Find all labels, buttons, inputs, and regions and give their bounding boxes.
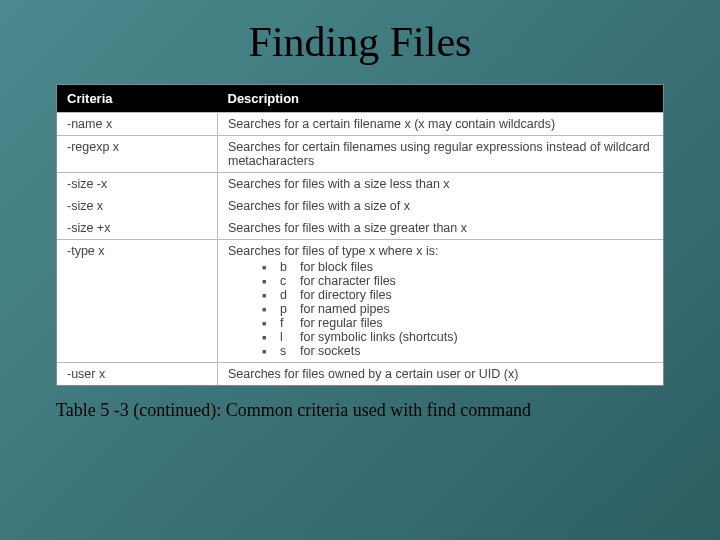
table-row: -size +x Searches for files with a size … — [57, 217, 663, 240]
type-text: for sockets — [300, 344, 360, 358]
description-cell: Searches for files with a size greater t… — [218, 217, 664, 240]
type-option: cfor character files — [262, 274, 653, 288]
type-code: f — [280, 316, 300, 330]
type-text: for character files — [300, 274, 396, 288]
type-code: b — [280, 260, 300, 274]
description-cell: Searches for files owned by a certain us… — [218, 363, 664, 386]
slide-title: Finding Files — [0, 0, 720, 84]
type-text: for block files — [300, 260, 373, 274]
type-option: ffor regular files — [262, 316, 653, 330]
type-option: pfor named pipes — [262, 302, 653, 316]
type-option: lfor symbolic links (shortcuts) — [262, 330, 653, 344]
type-option: sfor sockets — [262, 344, 653, 358]
criteria-cell: -type x — [57, 240, 218, 363]
table-row: -size x Searches for files with a size o… — [57, 195, 663, 217]
table-row: -type x Searches for files of type x whe… — [57, 240, 663, 363]
type-option: dfor directory files — [262, 288, 653, 302]
criteria-cell: -user x — [57, 363, 218, 386]
type-text: for symbolic links (shortcuts) — [300, 330, 458, 344]
type-text: for named pipes — [300, 302, 390, 316]
description-cell: Searches for certain filenames using reg… — [218, 136, 664, 173]
table-header-row: Criteria Description — [57, 85, 663, 113]
table-row: -user x Searches for files owned by a ce… — [57, 363, 663, 386]
type-code: s — [280, 344, 300, 358]
type-intro: Searches for files of type x where x is: — [228, 244, 439, 258]
criteria-cell: -name x — [57, 113, 218, 136]
header-description: Description — [218, 85, 664, 113]
type-code: d — [280, 288, 300, 302]
header-criteria: Criteria — [57, 85, 218, 113]
description-cell: Searches for files of type x where x is:… — [218, 240, 664, 363]
criteria-cell: -regexp x — [57, 136, 218, 173]
criteria-cell: -size -x — [57, 173, 218, 196]
slide: Finding Files Criteria Description -name… — [0, 0, 720, 540]
table-row: -regexp x Searches for certain filenames… — [57, 136, 663, 173]
criteria-cell: -size +x — [57, 217, 218, 240]
table-row: -name x Searches for a certain filename … — [57, 113, 663, 136]
type-code: p — [280, 302, 300, 316]
type-text: for regular files — [300, 316, 383, 330]
table-caption: Table 5 -3 (continued): Common criteria … — [56, 400, 664, 421]
table-row: -size -x Searches for files with a size … — [57, 173, 663, 196]
description-cell: Searches for a certain filename x (x may… — [218, 113, 664, 136]
description-cell: Searches for files with a size less than… — [218, 173, 664, 196]
criteria-cell: -size x — [57, 195, 218, 217]
type-code: l — [280, 330, 300, 344]
type-code: c — [280, 274, 300, 288]
type-text: for directory files — [300, 288, 392, 302]
type-option-list: bfor block files cfor character files df… — [262, 260, 653, 358]
type-option: bfor block files — [262, 260, 653, 274]
description-cell: Searches for files with a size of x — [218, 195, 664, 217]
criteria-table: Criteria Description -name x Searches fo… — [56, 84, 664, 386]
